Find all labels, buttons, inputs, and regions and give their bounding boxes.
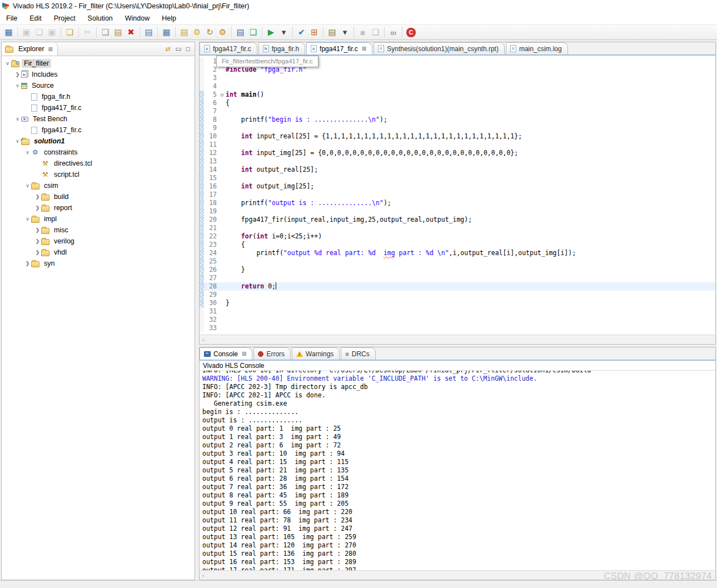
code-line[interactable]: 22 for(int i=0;i<25;i++): [200, 232, 715, 241]
menu-project[interactable]: Project: [48, 13, 82, 23]
explorer-close-icon[interactable]: ⊠: [48, 46, 53, 52]
editor-tab[interactable]: cfpga417_fir.c: [200, 42, 257, 54]
menu-help[interactable]: Help: [156, 13, 182, 23]
explorer-tree-item[interactable]: ∨Test Bench: [2, 113, 195, 124]
code-line[interactable]: 5⊖int main(): [200, 91, 715, 99]
explorer-tree-item[interactable]: ❯misc: [2, 225, 195, 236]
export-rtl-icon[interactable]: ▤: [326, 26, 338, 38]
code-line[interactable]: 8 printf("begin is : ..............\n");: [200, 116, 715, 124]
code-line[interactable]: 7: [200, 107, 715, 116]
code-line[interactable]: 32: [200, 316, 715, 324]
run-c-simulation-icon[interactable]: ▶: [265, 26, 277, 38]
console-tab[interactable]: Warnings: [292, 347, 340, 360]
code-line[interactable]: 23 {: [200, 241, 715, 249]
explorer-tree-item[interactable]: fpga417_fir.c: [2, 124, 195, 136]
tree-chevron-icon[interactable]: ❯: [34, 250, 41, 255]
code-line[interactable]: 20 fpga417_fir(input_real,input_img,25,o…: [200, 216, 715, 224]
vertical-sash[interactable]: [195, 42, 199, 580]
code-editor[interactable]: Fir_fliter/testbench/fpga417_fir.c 1#inc…: [200, 56, 715, 335]
export-dropdown-icon[interactable]: ▾: [338, 26, 351, 38]
scroll-left-icon[interactable]: ‹: [202, 572, 205, 579]
help-bubble-icon[interactable]: C: [406, 28, 416, 37]
explorer-tree-item[interactable]: ∨Fir_fliter: [2, 58, 195, 69]
scroll-left-icon[interactable]: ‹: [202, 336, 205, 343]
tree-chevron-icon[interactable]: ∨: [24, 183, 31, 188]
explorer-tree-item[interactable]: ∨Source: [2, 80, 195, 91]
code-line[interactable]: 9: [200, 124, 715, 132]
project-browser-icon[interactable]: ▦: [160, 26, 173, 38]
solution-settings-icon[interactable]: ⚙: [216, 26, 229, 38]
code-line[interactable]: 28 return 0;: [200, 282, 715, 291]
copy-icon[interactable]: ❏: [99, 26, 112, 38]
menu-file[interactable]: File: [0, 13, 23, 23]
tree-chevron-icon[interactable]: ❯: [34, 194, 41, 200]
code-line[interactable]: 10 int input_real[25] = {1,1,1,1,1,1,1,1…: [200, 132, 715, 141]
code-line[interactable]: 33: [200, 324, 715, 332]
explorer-tree-item[interactable]: ⚒script.tcl: [2, 169, 195, 180]
explorer-tree-item[interactable]: ❯vhdl: [2, 247, 195, 258]
open-report-icon[interactable]: ▤: [234, 26, 247, 38]
console-output[interactable]: INFO: [HLS 200-10] In directory 'C:/User…: [200, 371, 715, 570]
code-line[interactable]: 18 printf("output is : ..............\n"…: [200, 199, 715, 207]
code-line[interactable]: 14 int output_real[25];: [200, 166, 715, 174]
console-tab[interactable]: Errors: [253, 347, 291, 360]
explorer-tree-item[interactable]: ❯report: [2, 202, 195, 213]
open-wave-viewer-icon[interactable]: ❏: [247, 26, 260, 38]
explorer-tree-item[interactable]: fpga_fir.h: [2, 91, 195, 102]
tree-chevron-icon[interactable]: ∨: [14, 116, 21, 122]
code-line[interactable]: 3: [200, 74, 715, 82]
explorer-view-tab[interactable]: Explorer ⊠: [2, 42, 58, 56]
code-line[interactable]: 25: [200, 257, 715, 266]
editor-tab[interactable]: ≡Synthesis(solution1)(main_csynth.rpt): [374, 42, 505, 54]
code-line[interactable]: 19: [200, 207, 715, 216]
explorer-tree-item[interactable]: ∨⚙constraints: [2, 147, 195, 158]
explorer-tree-item[interactable]: ❯syn: [2, 258, 195, 269]
code-line[interactable]: 16 int output_img[25];: [200, 182, 715, 191]
code-line[interactable]: 4: [200, 82, 715, 91]
explorer-tree-item[interactable]: ∨solution1: [2, 136, 195, 147]
code-line[interactable]: 26 }: [200, 266, 715, 274]
tree-chevron-icon[interactable]: ❯: [34, 205, 41, 211]
explorer-tree-item[interactable]: ❯verilog: [2, 236, 195, 247]
new-file-icon[interactable]: ❏: [63, 26, 76, 38]
editor-tab[interactable]: ≡main_csim.log: [506, 42, 568, 54]
analysis-viewer-icon[interactable]: ∞: [387, 26, 400, 38]
editor-hscrollbar[interactable]: ‹: [200, 335, 715, 344]
explorer-tree-item[interactable]: ❯Includes: [2, 69, 195, 80]
menu-window[interactable]: Window: [119, 13, 156, 23]
tree-chevron-icon[interactable]: ❯: [34, 227, 41, 233]
code-line[interactable]: 17: [200, 191, 715, 199]
tab-close-icon[interactable]: ⊠: [362, 46, 366, 52]
code-line[interactable]: 27: [200, 274, 715, 282]
new-project-icon[interactable]: ▤: [178, 26, 191, 38]
run-c-synthesis-icon[interactable]: ⊞: [308, 26, 321, 38]
code-line[interactable]: 12 int input_img[25] = {0,0,0,0,0,0,0,0,…: [200, 149, 715, 157]
code-line[interactable]: 13: [200, 157, 715, 166]
tree-chevron-icon[interactable]: ❯: [24, 261, 31, 266]
code-line[interactable]: 11: [200, 141, 715, 149]
code-line[interactable]: 30}: [200, 299, 715, 307]
editor-tab[interactable]: hfpga_fir.h: [258, 42, 305, 54]
paste-icon[interactable]: ▤: [112, 26, 125, 38]
explorer-tree-item[interactable]: fpga417_fir.c: [2, 102, 195, 113]
code-line[interactable]: 31: [200, 307, 715, 316]
link-with-editor-icon[interactable]: ⇄: [165, 45, 171, 53]
code-line[interactable]: 24 printf("output %d real part: %d img p…: [200, 249, 715, 257]
tree-chevron-icon[interactable]: ∨: [4, 61, 11, 66]
tree-chevron-icon[interactable]: ❯: [14, 72, 21, 77]
tree-chevron-icon[interactable]: ∨: [24, 216, 31, 222]
code-line[interactable]: 29: [200, 291, 715, 299]
tree-chevron-icon[interactable]: ∨: [14, 83, 21, 88]
tab-close-icon[interactable]: ⊠: [242, 351, 246, 357]
code-line[interactable]: 21: [200, 224, 715, 232]
code-line[interactable]: 15: [200, 174, 715, 182]
menu-edit[interactable]: Edit: [23, 13, 48, 23]
delete-icon[interactable]: ✖: [125, 26, 137, 38]
fold-marker-icon[interactable]: ⊖: [218, 91, 226, 99]
console-tab[interactable]: Console⊠: [200, 347, 252, 360]
index-c-source-icon[interactable]: ↻: [203, 26, 216, 38]
explorer-tree-item[interactable]: ❯build: [2, 191, 195, 202]
print-icon[interactable]: ▤: [142, 26, 155, 38]
console-tab[interactable]: ≡DRCs: [341, 347, 375, 360]
minimize-view-icon[interactable]: ▭: [175, 45, 181, 53]
